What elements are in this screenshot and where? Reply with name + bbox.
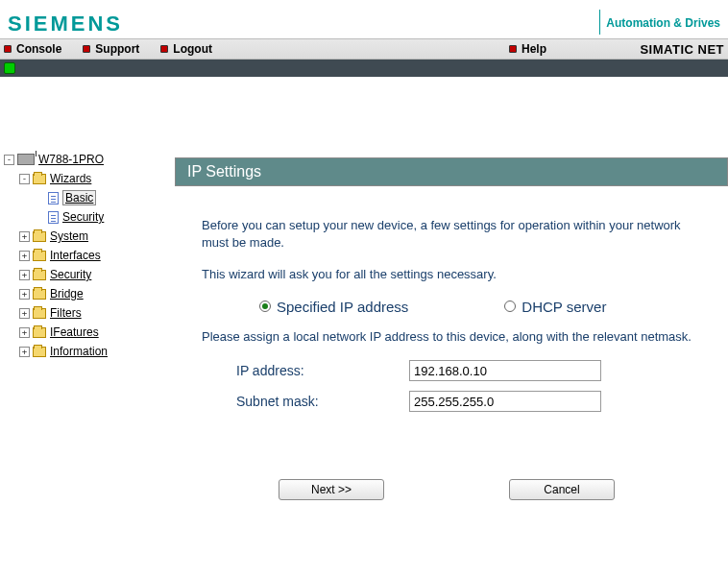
status-led-icon <box>4 62 15 74</box>
cancel-button[interactable]: Cancel <box>509 479 615 500</box>
folder-icon <box>33 289 46 300</box>
status-bar <box>0 60 728 77</box>
folder-icon <box>33 270 46 280</box>
subnet-mask-input[interactable] <box>409 391 601 412</box>
toolbar-console[interactable]: Console <box>4 42 61 56</box>
tagline: Automation & Drives <box>599 10 720 36</box>
bullet-icon <box>83 45 90 53</box>
expand-icon[interactable]: + <box>19 231 30 242</box>
assign-text: Please assign a local network IP address… <box>202 328 701 346</box>
intro-text-1: Before you can setup your new device, a … <box>202 217 701 251</box>
radio-specified-ip[interactable]: Specified IP address <box>259 299 408 315</box>
folder-icon <box>33 174 46 184</box>
tree-security-wizard[interactable]: Security <box>4 207 171 227</box>
page-icon <box>48 192 59 204</box>
expand-icon[interactable]: + <box>19 251 30 261</box>
intro-text-2: This wizard will ask you for all the set… <box>202 266 701 283</box>
radio-dhcp-server[interactable]: DHCP server <box>504 299 606 315</box>
ip-address-input[interactable] <box>409 360 601 381</box>
folder-icon <box>33 251 46 261</box>
folder-icon <box>33 347 46 357</box>
ip-address-label: IP address: <box>236 363 409 378</box>
next-button[interactable]: Next >> <box>279 479 384 500</box>
main-panel: IP Settings Before you can setup your ne… <box>175 77 728 577</box>
tree-security[interactable]: + Security <box>4 265 171 284</box>
brand-text: SIMATIC NET <box>640 42 724 57</box>
subnet-mask-label: Subnet mask: <box>236 394 409 409</box>
radio-icon <box>259 301 271 312</box>
tree-basic[interactable]: Basic <box>4 188 171 207</box>
nav-tree: - W788-1PRO - Wizards Basic Security + S… <box>0 77 175 577</box>
panel-title: IP Settings <box>175 157 728 186</box>
folder-icon <box>33 327 46 338</box>
collapse-icon[interactable]: - <box>4 155 14 165</box>
bullet-icon <box>160 45 168 53</box>
toolbar-support[interactable]: Support <box>83 42 139 56</box>
header: SIEMENS Automation & Drives <box>0 0 728 38</box>
tree-information[interactable]: + Information <box>4 342 171 361</box>
radio-icon <box>504 301 516 312</box>
tree-system[interactable]: + System <box>4 227 171 246</box>
tree-wizards[interactable]: - Wizards <box>4 169 171 188</box>
device-icon <box>17 154 35 165</box>
page-icon <box>48 211 59 224</box>
bullet-icon <box>4 45 12 53</box>
folder-icon <box>33 308 46 319</box>
toolbar-help[interactable]: Help <box>509 42 546 56</box>
toolbar-logout[interactable]: Logout <box>160 42 212 56</box>
tree-filters[interactable]: + Filters <box>4 303 171 323</box>
expand-icon[interactable]: + <box>19 270 30 280</box>
expand-icon[interactable]: + <box>19 308 30 319</box>
bullet-icon <box>509 45 517 53</box>
tree-device[interactable]: - W788-1PRO <box>4 150 171 169</box>
siemens-logo: SIEMENS <box>8 12 123 36</box>
tree-bridge[interactable]: + Bridge <box>4 284 171 303</box>
expand-icon[interactable]: + <box>19 327 30 338</box>
expand-icon[interactable]: + <box>19 347 30 357</box>
folder-icon <box>33 231 46 242</box>
tree-interfaces[interactable]: + Interfaces <box>4 246 171 265</box>
toolbar: Console Support Logout Help SIMATIC NET <box>0 38 728 60</box>
tree-ifeatures[interactable]: + IFeatures <box>4 323 171 342</box>
collapse-icon[interactable]: - <box>19 174 30 184</box>
expand-icon[interactable]: + <box>19 289 30 300</box>
